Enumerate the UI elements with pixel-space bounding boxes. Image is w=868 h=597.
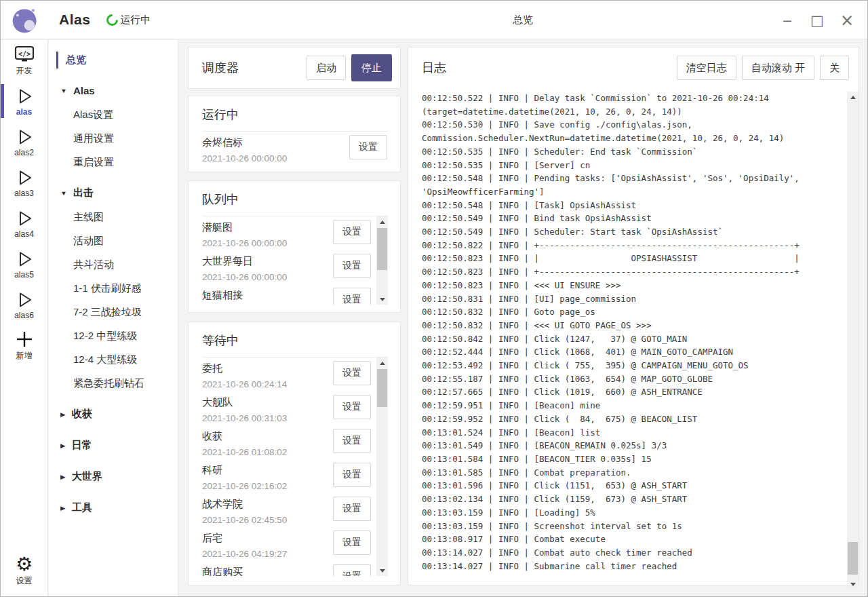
scroll-down-icon[interactable] [376,294,388,305]
task-settings-button[interactable]: 设置 [333,531,371,555]
app-title: Alas [59,12,90,28]
group-arrow-icon: ▼ [60,87,67,94]
task-settings-button[interactable]: 设置 [333,254,371,278]
group-arrow-icon: ▶ [60,473,66,480]
pending-panel: 队列中 潜艇图 2021-10-26 00:00:00 设置 大世界每日 202… [188,180,401,313]
code-monitor-icon: </> [14,44,35,64]
task-row: 大舰队 2021-10-26 00:31:03 设置 [202,391,372,425]
maximize-icon[interactable]: □ [802,7,832,34]
nav-item[interactable]: ▼ Alas [49,77,178,103]
log-line: 00:12:50.842 | INFO | Click (1247, 37) @… [422,332,841,346]
task-settings-button[interactable]: 设置 [349,135,387,159]
group-arrow-icon: ▶ [60,442,66,448]
nav-item[interactable]: 12-4 大型练级 [49,348,178,372]
log-text: 00:12:50.522 | INFO | Delay task `Commis… [422,92,841,576]
instance-label: alas5 [14,270,34,280]
rail-instance-item[interactable]: </> 开发 [1,40,47,81]
play-icon [15,168,34,188]
task-settings-button[interactable]: 设置 [333,429,371,453]
settings-label: 设置 [16,575,33,587]
log-line: 00:13:08.917 | INFO | Combat execute [422,533,841,546]
nav-item[interactable]: ▶ 收获 [49,401,178,427]
task-settings-button[interactable]: 设置 [333,220,371,244]
gear-icon: ⚙ [16,554,33,575]
scheduler-stop-button[interactable]: 停止 [351,54,392,81]
clear-log-button[interactable]: 清空日志 [677,56,736,80]
rail-instance-item[interactable]: alas2 [1,121,47,162]
scroll-down-icon[interactable] [847,579,859,590]
close-icon[interactable]: × [832,7,862,34]
rail-instance-item[interactable]: alas4 [1,203,47,244]
rail-instance-item[interactable]: alas6 [1,284,47,325]
nav-item-label: Alas [73,85,95,96]
running-panel: 运行中 余烬信标 2021-10-26 00:00:00 设置 [188,96,401,172]
task-settings-button[interactable]: 设置 [333,564,371,576]
scheduler-start-button[interactable]: 启动 [307,56,346,80]
nav-item[interactable]: 共斗活动 [49,253,178,277]
task-row: 大世界每日 2021-10-26 00:00:00 设置 [202,250,372,284]
log-line: 00:12:50.535 | INFO | Scheduler: End tas… [422,145,841,159]
rail-instance-item[interactable]: 新增 [1,325,47,366]
group-arrow-icon: ▼ [60,189,67,196]
nav-item[interactable]: ▶ 工具 [49,495,178,520]
autoscroll-toggle-button[interactable]: 自动滚动 开 [742,56,814,80]
scroll-up-icon[interactable] [376,216,388,227]
scrollbar-thumb[interactable] [377,369,387,407]
play-icon [15,127,34,147]
nav-item-label: 重启设置 [73,156,114,169]
nav-item[interactable]: ▶ 大世界 [49,463,178,489]
log-scrollbar[interactable] [847,92,859,590]
task-settings-button[interactable]: 设置 [333,288,371,305]
rail-instance-item[interactable]: alas [1,81,47,121]
scroll-up-icon[interactable] [847,92,859,102]
instance-label: 开发 [16,65,33,77]
scrollbar-thumb[interactable] [848,542,858,575]
nav-item[interactable]: 7-2 三战捡垃圾 [49,301,178,324]
scrollbar-thumb[interactable] [377,228,387,270]
nav-item-label: 12-2 中型练级 [73,330,137,343]
rail-instance-item[interactable]: alas3 [1,162,47,203]
nav-item[interactable]: 活动图 [49,229,178,253]
minimize-icon[interactable]: − [772,7,802,34]
log-line: 00:12:53.492 | INFO | Click ( 755, 395) … [422,359,841,372]
instance-label: alas3 [14,189,34,198]
nav-item[interactable]: ▶ 日常 [49,432,178,458]
nav-item[interactable]: 总览 [49,48,178,72]
log-close-button[interactable]: 关 [820,56,849,80]
nav-item[interactable]: 主线图 [49,206,178,229]
log-line: 00:12:52.444 | INFO | Click (1068, 401) … [422,345,841,359]
pending-scrollbar[interactable] [376,216,388,305]
nav-item[interactable]: 12-2 中型练级 [49,324,178,348]
titlebar: Alas 运行中 总览 − □ × [1,1,867,39]
scroll-up-icon[interactable] [376,358,388,368]
nav-item-label: 共斗活动 [73,258,114,271]
nav-item[interactable]: Alas设置 [49,103,178,127]
task-settings-button[interactable]: 设置 [333,395,371,419]
log-line: 00:12:50.832 | INFO | <<< UI GOTO PAGE_O… [422,319,841,332]
nav-item[interactable]: 1-1 伏击刷好感 [49,277,178,301]
task-settings-button[interactable]: 设置 [333,361,371,385]
status-text: 运行中 [120,14,151,26]
nav-item[interactable]: 紧急委托刷钻石 [49,372,178,396]
nav-item-label: 出击 [73,187,94,199]
window-title: 总览 [178,14,867,26]
task-row: 委托 2021-10-26 00:24:14 设置 [202,358,372,391]
nav-item[interactable]: 重启设置 [49,151,178,174]
task-settings-button[interactable]: 设置 [333,463,371,487]
log-line: 00:13:14.027 | INFO | Submarine call tim… [422,560,841,573]
running-title: 运行中 [202,107,388,123]
log-line: 00:13:03.159 | INFO | Screenshot interva… [422,520,841,533]
rail-instance-item[interactable]: alas5 [1,244,47,284]
log-line: 00:12:50.823 | INFO | +-----------------… [422,265,841,279]
scheduler-panel: 调度器 启动 停止 [188,47,401,89]
waiting-scrollbar[interactable] [376,358,388,576]
scroll-down-icon[interactable] [376,565,388,576]
rail-settings-button[interactable]: ⚙ 设置 [1,550,47,591]
task-row: 战术学院 2021-10-26 02:45:50 设置 [202,493,372,527]
task-settings-button[interactable]: 设置 [333,497,371,521]
log-line: 00:12:50.548 | INFO | Pending tasks: ['O… [422,172,841,198]
nav-item[interactable]: ▼ 出击 [49,180,178,206]
nav-item[interactable]: 通用设置 [49,127,178,151]
log-line: 00:13:01.549 | INFO | [BEACON_REMAIN 0.0… [422,439,841,452]
task-row: 潜艇图 2021-10-26 00:00:00 设置 [202,216,372,250]
